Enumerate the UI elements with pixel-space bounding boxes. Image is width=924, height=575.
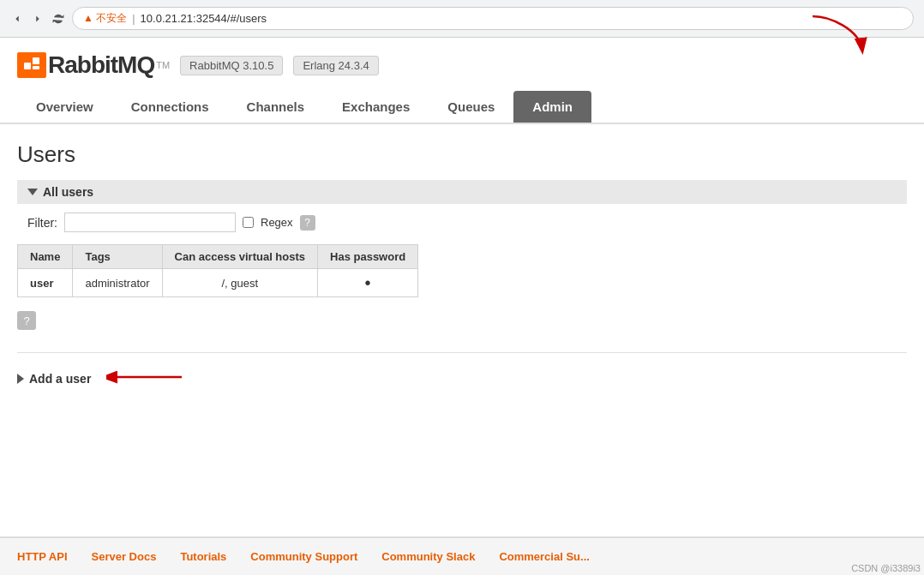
nav-exchanges[interactable]: Exchanges <box>323 91 429 123</box>
logo: RabbitMQ TM <box>17 51 170 79</box>
add-user-header[interactable]: Add a user <box>17 362 907 395</box>
nav-overview[interactable]: Overview <box>17 91 112 123</box>
col-name: Name <box>18 245 73 269</box>
url-text: 10.0.21.21:32544/#/users <box>141 12 267 25</box>
regex-label: Regex <box>261 216 293 229</box>
user-password-cell: • <box>318 269 418 297</box>
all-users-label: All users <box>43 185 93 199</box>
user-name-link[interactable]: user <box>30 277 53 290</box>
nav-queues[interactable]: Queues <box>429 91 513 123</box>
main-nav: Overview Connections Channels Exchanges … <box>17 91 907 123</box>
col-has-password: Has password <box>318 245 418 269</box>
col-virtual-hosts: Can access virtual hosts <box>162 245 317 269</box>
filter-row: Filter: Regex ? <box>17 204 907 241</box>
collapse-icon <box>27 189 38 195</box>
security-warning: ▲ 不安全 <box>83 11 127 26</box>
browser-chrome: ▲ 不安全 | 10.0.21.21:32544/#/users <box>0 0 924 38</box>
nav-admin[interactable]: Admin <box>513 91 591 123</box>
logo-tm: TM <box>156 60 170 70</box>
svg-rect-2 <box>33 66 39 69</box>
nav-connections[interactable]: Connections <box>112 91 228 123</box>
back-button[interactable] <box>10 12 24 26</box>
erlang-version: Erlang 24.3.4 <box>293 56 378 75</box>
page-title: Users <box>17 141 907 168</box>
all-users-header[interactable]: All users <box>17 180 907 204</box>
url-bar[interactable]: ▲ 不安全 | 10.0.21.21:32544/#/users <box>72 7 914 30</box>
logo-brand: RabbitMQ <box>48 51 154 79</box>
filter-input[interactable] <box>64 213 236 232</box>
nav-channels[interactable]: Channels <box>228 91 324 123</box>
header: RabbitMQ TM RabbitMQ 3.10.5 Erlang 24.3.… <box>0 38 924 124</box>
user-tags-cell: administrator <box>73 269 162 297</box>
user-vhosts-cell: /, guest <box>162 269 317 297</box>
forward-button[interactable] <box>31 12 45 26</box>
logo-area: RabbitMQ TM RabbitMQ 3.10.5 Erlang 24.3.… <box>17 51 907 79</box>
filter-label: Filter: <box>27 216 57 230</box>
regex-help-button[interactable]: ? <box>300 215 315 231</box>
add-user-label: Add a user <box>29 372 91 386</box>
table-row: user administrator /, guest • <box>18 269 418 297</box>
logo-icon <box>17 52 46 78</box>
password-indicator: • <box>365 273 371 292</box>
users-table: Name Tags Can access virtual hosts Has p… <box>17 244 418 297</box>
add-user-section: Add a user <box>17 352 907 395</box>
rabbitmq-version: RabbitMQ 3.10.5 <box>180 56 283 75</box>
expand-icon <box>17 374 24 384</box>
main-content: Users All users Filter: Regex ? Name <box>0 124 924 412</box>
svg-rect-0 <box>24 63 31 69</box>
svg-rect-1 <box>33 57 39 64</box>
table-help-button[interactable]: ? <box>17 311 36 330</box>
col-tags: Tags <box>73 245 162 269</box>
page-content: RabbitMQ TM RabbitMQ 3.10.5 Erlang 24.3.… <box>0 38 924 412</box>
refresh-button[interactable] <box>51 12 65 26</box>
regex-checkbox[interactable] <box>243 217 254 228</box>
all-users-section: All users Filter: Regex ? Name Tags Can … <box>17 180 907 338</box>
add-user-arrow <box>106 362 183 395</box>
user-name-cell: user <box>18 269 73 297</box>
